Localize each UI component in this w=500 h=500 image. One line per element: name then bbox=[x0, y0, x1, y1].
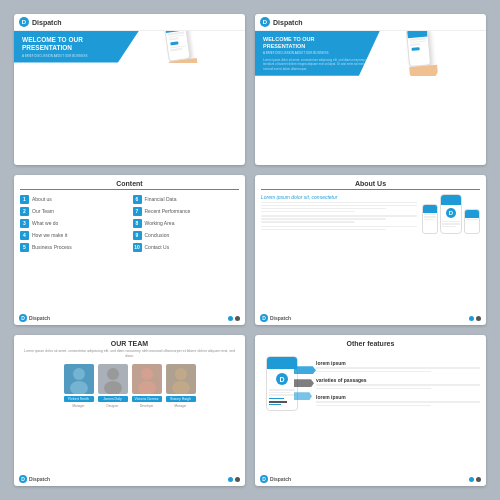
item-num-3: 3 bbox=[20, 219, 29, 228]
about-line-9 bbox=[261, 229, 386, 231]
pl-top bbox=[441, 195, 461, 205]
item-label-1: About us bbox=[32, 196, 52, 202]
feature-line-1b bbox=[316, 388, 431, 390]
phone-mock-s2 bbox=[406, 31, 431, 68]
team-members: Robert Smith Manager James Daly Designer bbox=[20, 364, 239, 408]
team-title: OUR TEAM bbox=[20, 340, 239, 347]
footer-logo-about: D Dispatch bbox=[260, 314, 291, 322]
content-item-1: 1 About us bbox=[20, 195, 127, 204]
feature-item-2: lorem ipsum bbox=[316, 394, 480, 407]
about-body: Lorem ipsum dolor sit, consectetur D bbox=[261, 194, 480, 234]
fp-line2 bbox=[269, 392, 290, 394]
member-role-2: Developer bbox=[140, 404, 154, 408]
ps1-line3 bbox=[424, 219, 434, 221]
item-label-4: How we make it bbox=[32, 232, 67, 238]
feature-title-1: varieties of passages bbox=[316, 377, 480, 383]
dot-blue-team bbox=[228, 477, 233, 482]
slide-welcome-1: D Dispatch WELCOME TO OUR PRESENTATION A… bbox=[14, 14, 245, 165]
feature-line-1a bbox=[316, 384, 480, 386]
member-role-0: Manager bbox=[73, 404, 85, 408]
fp-line1 bbox=[269, 389, 295, 391]
svg-point-2 bbox=[107, 368, 119, 380]
member-name-0: Robert Smith bbox=[64, 396, 94, 402]
arrow-chevron-blue bbox=[294, 366, 316, 374]
item-num-1: 1 bbox=[20, 195, 29, 204]
arrow-2 bbox=[294, 379, 316, 387]
pl-line3 bbox=[442, 226, 456, 228]
slide1-header: D Dispatch bbox=[14, 14, 245, 31]
feature-line-2b bbox=[316, 405, 431, 407]
team-member-0: Robert Smith Manager bbox=[64, 364, 94, 408]
phone-mock-s1 bbox=[164, 31, 191, 62]
slide2-right bbox=[359, 31, 486, 76]
about-line-7 bbox=[261, 221, 355, 223]
content-item-10: 10 Contact Us bbox=[133, 243, 240, 252]
ps2-top bbox=[465, 210, 479, 218]
svg-point-0 bbox=[73, 368, 85, 380]
item-num-7: 7 bbox=[133, 207, 142, 216]
phone-btn-s1 bbox=[171, 41, 179, 45]
arrow-1 bbox=[294, 366, 316, 374]
phone-large: D bbox=[440, 194, 462, 234]
hand-phone-s2 bbox=[406, 31, 438, 76]
footer-dots-team bbox=[228, 477, 240, 482]
person-silhouette-3 bbox=[166, 364, 196, 394]
person-silhouette-0 bbox=[64, 364, 94, 394]
item-label-8: Working Area bbox=[145, 220, 175, 226]
item-num-4: 4 bbox=[20, 231, 29, 240]
footer-brand-content: Dispatch bbox=[29, 315, 50, 321]
member-photo-2 bbox=[132, 364, 162, 394]
phone-line3-s2 bbox=[411, 44, 421, 46]
about-line-5 bbox=[261, 215, 417, 217]
phone-small-2 bbox=[464, 209, 480, 234]
footer-logo-features: D Dispatch bbox=[260, 475, 291, 483]
pl-icon: D bbox=[446, 208, 456, 218]
member-role-1: Designer bbox=[106, 404, 118, 408]
about-text-area: Lorem ipsum dolor sit, consectetur bbox=[261, 194, 417, 234]
item-num-6: 6 bbox=[133, 195, 142, 204]
svg-point-7 bbox=[172, 381, 190, 394]
content-item-5: 5 Business Process bbox=[20, 243, 127, 252]
features-footer: D Dispatch bbox=[260, 475, 481, 483]
svg-point-3 bbox=[104, 381, 122, 394]
content-col-right: 6 Financial Data 7 Recent Performance 8 … bbox=[133, 195, 240, 252]
feature-item-0: lorem ipsum bbox=[316, 360, 480, 373]
item-label-9: Conclusion bbox=[145, 232, 170, 238]
item-label-2: Our Team bbox=[32, 208, 54, 214]
footer-logo-icon-about: D bbox=[260, 314, 268, 322]
slide-welcome-2: D Dispatch WELCOME TO OUR PRESENTATION A… bbox=[255, 14, 486, 165]
features-list: lorem ipsum varieties of passages lorem … bbox=[316, 360, 480, 407]
hand-s2 bbox=[410, 65, 439, 76]
feature-line-2a bbox=[316, 401, 480, 403]
footer-logo-team: D Dispatch bbox=[19, 475, 50, 483]
member-photo-1 bbox=[98, 364, 128, 394]
footer-brand-features: Dispatch bbox=[270, 476, 291, 482]
ps1-line1 bbox=[424, 214, 436, 216]
dot-dark-content bbox=[235, 316, 240, 321]
arrow-shapes bbox=[294, 366, 316, 400]
footer-brand-about: Dispatch bbox=[270, 315, 291, 321]
phone-btn-s2 bbox=[412, 47, 420, 51]
fp-line3 bbox=[269, 394, 295, 396]
team-member-1: James Daly Designer bbox=[98, 364, 128, 408]
slide-about: About Us Lorem ipsum dolor sit, consecte… bbox=[255, 175, 486, 326]
slide1-body: WELCOME TO OUR PRESENTATION A BRIEF DISC… bbox=[14, 31, 245, 63]
fp-line-blue2 bbox=[269, 404, 281, 406]
item-num-10: 10 bbox=[133, 243, 142, 252]
content-item-9: 9 Conclusion bbox=[133, 231, 240, 240]
feature-line-0b bbox=[316, 371, 431, 373]
features-body: D lore bbox=[261, 351, 480, 416]
features-title: Other features bbox=[261, 340, 480, 347]
footer-logo-content: D Dispatch bbox=[19, 314, 50, 322]
footer-logo-icon-team: D bbox=[19, 475, 27, 483]
phone-line5-s1 bbox=[171, 48, 183, 51]
feature-title-0: lorem ipsum bbox=[316, 360, 480, 366]
phone-small-1 bbox=[422, 204, 438, 234]
arrow-3 bbox=[294, 392, 316, 400]
slide-team: OUR TEAM Lorem ipsum dolor sit amet, con… bbox=[14, 335, 245, 486]
member-name-1: James Daly bbox=[98, 396, 128, 402]
feature-item-1: varieties of passages bbox=[316, 377, 480, 390]
content-item-7: 7 Recent Performance bbox=[133, 207, 240, 216]
about-italic: Lorem ipsum dolor sit, consectetur bbox=[261, 194, 417, 200]
feature-title-2: lorem ipsum bbox=[316, 394, 480, 400]
